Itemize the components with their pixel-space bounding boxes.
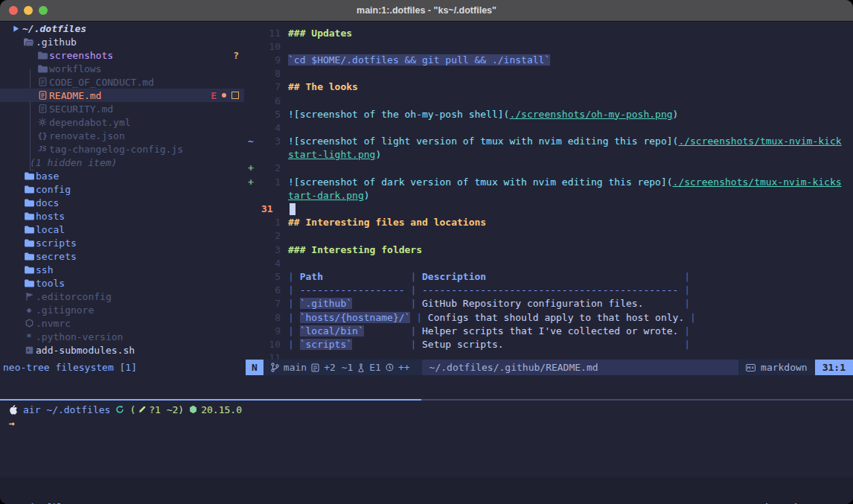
tree-item-.nvmrc[interactable]: .nvmrc bbox=[0, 316, 244, 330]
tree-item-renovate.json[interactable]: {}renovate.json bbox=[0, 129, 244, 142]
file-icon bbox=[36, 104, 49, 113]
tree-item-label: config bbox=[36, 184, 71, 195]
tree-item-.github[interactable]: .github bbox=[0, 35, 244, 48]
tree-item-label: hosts bbox=[36, 211, 65, 222]
branch-name: main bbox=[284, 362, 307, 373]
editor-line[interactable]: 11### Updates bbox=[246, 26, 853, 39]
clock-icon bbox=[386, 363, 394, 371]
editor-line[interactable]: 10| `scripts` | Setup scripts. | bbox=[246, 337, 853, 351]
braces-icon: {} bbox=[36, 131, 49, 141]
tree-item-.editorconfig[interactable]: .editorconfig bbox=[0, 290, 244, 303]
tree-item-screenshots[interactable]: screenshots? bbox=[0, 48, 244, 62]
editor-line[interactable]: 8| `hosts/{hostname}/` | Configs that sh… bbox=[246, 310, 853, 324]
tmux-window-tab[interactable]: 1:.dotfiles bbox=[0, 502, 74, 504]
tree-item-.gitignore[interactable]: ◆.gitignore bbox=[0, 303, 244, 316]
unstaged-square-badge bbox=[231, 92, 239, 99]
editor-line-text: | `local/bin` | Helper scripts that I've… bbox=[288, 325, 690, 336]
folder-icon bbox=[22, 266, 36, 274]
line-number: 7 bbox=[260, 298, 288, 309]
editor-line[interactable]: 31 bbox=[246, 202, 853, 215]
tree-item-tag-changelog-config.js[interactable]: JStag-changelog-config.js bbox=[0, 142, 244, 156]
folder-icon bbox=[22, 199, 36, 207]
tree-item-label: local bbox=[36, 224, 65, 235]
tree-item-label: .editorconfig bbox=[36, 291, 112, 302]
editor-line[interactable]: 9| `local/bin` | Helper scripts that I'v… bbox=[246, 324, 853, 337]
editor-line[interactable]: +1![screenshot of dark version of tmux w… bbox=[246, 175, 853, 188]
tree-item-label: tools bbox=[36, 278, 65, 289]
tree-item-workflows[interactable]: workflows bbox=[0, 62, 244, 75]
tree-item-hosts[interactable]: hosts bbox=[0, 209, 244, 223]
editor-line[interactable]: 5| Path | Description | bbox=[246, 269, 853, 283]
mode-indicator: N bbox=[246, 360, 263, 375]
editor-line[interactable]: 3### Interesting folders bbox=[246, 243, 853, 256]
tree-item-config[interactable]: config bbox=[0, 182, 244, 196]
tree-item-base[interactable]: base bbox=[0, 169, 244, 182]
tree-item-add-submodules.sh[interactable]: add-submodules.sh bbox=[0, 343, 244, 357]
tree-item-dependabot.yml[interactable]: dependabot.yml bbox=[0, 115, 244, 129]
shell-pane[interactable]: air ~/.dotfiles (?1 ~2) 20.15.0 → bbox=[0, 401, 853, 479]
line-number: 1 bbox=[260, 217, 288, 228]
tree-item-label: base bbox=[36, 170, 59, 182]
folder-icon bbox=[22, 226, 36, 234]
tree-item-label: tag-changelog-config.js bbox=[49, 144, 183, 155]
editor-line[interactable]: 9`cd $HOME/.dotfiles && git pull && ./in… bbox=[246, 53, 853, 66]
editor-line[interactable]: 8 bbox=[246, 67, 853, 80]
line-number: 8 bbox=[260, 312, 288, 323]
zoom-button[interactable] bbox=[39, 6, 48, 15]
arrow-root-icon bbox=[9, 25, 22, 33]
tree-item-.python-version[interactable]: *.python-version bbox=[0, 330, 244, 343]
tree-item-ssh[interactable]: ssh bbox=[0, 263, 244, 276]
git-diff-counts: +2 ~1 bbox=[324, 362, 353, 373]
editor-line[interactable]: 4 bbox=[246, 256, 853, 269]
tree-item--1-hidden-item-[interactable]: (1 hidden item) bbox=[0, 156, 244, 169]
line-number: 9 bbox=[260, 325, 288, 336]
editor-line[interactable]: 7## The looks bbox=[246, 80, 853, 94]
tree-item-docs[interactable]: docs bbox=[0, 196, 244, 209]
tree-item-readme.md[interactable]: README.mdE bbox=[0, 89, 244, 102]
tree-item-badges: ? bbox=[233, 48, 239, 62]
tree-item-secrets[interactable]: secrets bbox=[0, 249, 244, 263]
prompt-host-path: air ~/.dotfiles bbox=[23, 404, 110, 415]
tree-item-security.md[interactable]: SECURITY.md bbox=[0, 102, 244, 115]
editor-line[interactable]: 7| `.github` | GitHub Repository configu… bbox=[246, 297, 853, 310]
tree-item-label: add-submodules.sh bbox=[36, 345, 135, 356]
neo-tree-sidebar[interactable]: ~/.dotfiles.githubscreenshots?workflowsC… bbox=[0, 22, 244, 360]
editor-line[interactable]: 1## Interesting files and locations bbox=[246, 216, 853, 229]
tree-item-tools[interactable]: tools bbox=[0, 276, 244, 290]
editor-line[interactable]: tart-dark.png) bbox=[246, 188, 853, 202]
close-button[interactable] bbox=[9, 6, 18, 15]
tree-item-label: screenshots bbox=[49, 50, 113, 61]
gear-icon bbox=[36, 118, 49, 127]
titlebar: main:1:.dotfiles - "ks~/.dotfiles" bbox=[0, 0, 853, 22]
folder-icon bbox=[36, 51, 49, 60]
editor-line[interactable]: +2 bbox=[246, 162, 853, 175]
editor-line[interactable]: 6| ------------------ | ----------------… bbox=[246, 284, 853, 297]
modified-dot-badge bbox=[222, 93, 226, 98]
tmux-session-name: air/main bbox=[758, 502, 805, 504]
tree-item-local[interactable]: local bbox=[0, 223, 244, 236]
editor-line[interactable]: 6 bbox=[246, 94, 853, 107]
editor-buffer[interactable]: 11### Updates109`cd $HOME/.dotfiles && g… bbox=[246, 22, 853, 364]
minimize-button[interactable] bbox=[24, 6, 33, 15]
tree-item-label: docs bbox=[36, 197, 59, 208]
shell-prompt: air ~/.dotfiles (?1 ~2) 20.15.0 bbox=[0, 403, 853, 416]
editor-line-text: ### Updates bbox=[288, 28, 352, 39]
editor-line[interactable]: start-light.png) bbox=[246, 148, 853, 162]
untracked-badge: ? bbox=[233, 50, 239, 61]
line-number: 6 bbox=[260, 95, 288, 106]
line-number: 5 bbox=[260, 109, 288, 120]
editor-line[interactable]: 5![screenshot of the oh-my-posh shell](.… bbox=[246, 107, 853, 121]
tree-item-scripts[interactable]: scripts bbox=[0, 236, 244, 249]
tree-item--.dotfiles[interactable]: ~/.dotfiles bbox=[0, 22, 244, 35]
diamond-icon: ◆ bbox=[22, 305, 36, 315]
line-number: 10 bbox=[260, 41, 288, 52]
editor-line[interactable]: ~3![screenshot of light version of tmux … bbox=[246, 135, 853, 148]
tree-item-code-of-conduct.md[interactable]: CODE_OF_CONDUCT.md bbox=[0, 75, 244, 89]
folder-icon bbox=[22, 252, 36, 261]
markdown-icon bbox=[746, 364, 755, 371]
editor-line[interactable]: 2 bbox=[246, 229, 853, 243]
buffer-icon bbox=[311, 363, 319, 372]
editor-line[interactable]: 4 bbox=[246, 121, 853, 134]
editor-line[interactable]: 10 bbox=[246, 39, 853, 53]
gitsign-add: + bbox=[246, 162, 260, 173]
